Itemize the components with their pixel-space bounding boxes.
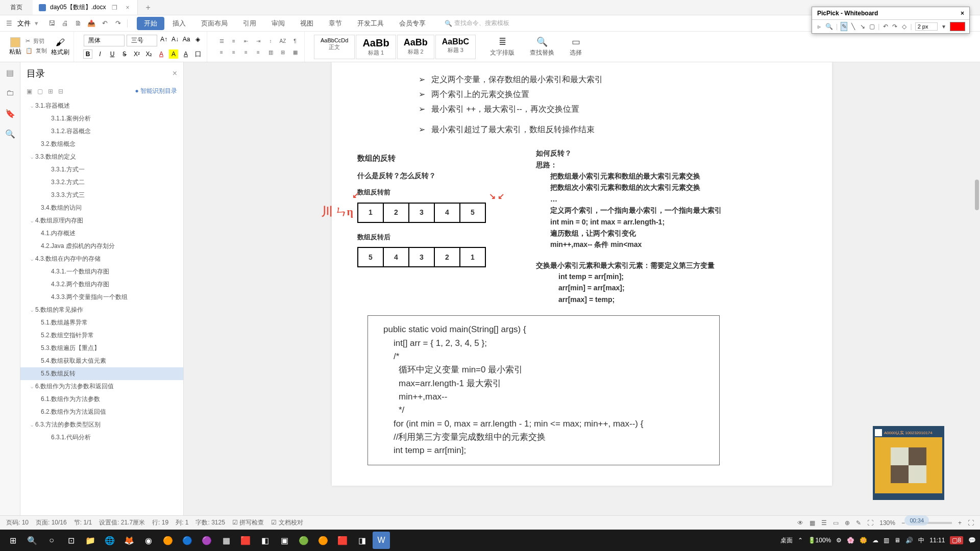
tab-review[interactable]: 审阅 <box>264 17 292 30</box>
align-left-button[interactable]: ≡ <box>216 48 227 57</box>
status-col[interactable]: 列: 1 <box>176 518 188 527</box>
tab-reference[interactable]: 引用 <box>236 17 263 30</box>
close-outline-icon[interactable]: × <box>173 69 177 78</box>
show-marks-button[interactable]: ¶ <box>290 37 300 46</box>
line-spacing-button[interactable]: ↕ <box>265 37 276 46</box>
status-section[interactable]: 节: 1/1 <box>74 518 92 527</box>
tab-view[interactable]: 视图 <box>293 17 321 30</box>
text-wrap-button[interactable]: ≣ 文字排版 <box>485 36 520 57</box>
tab-restore-icon[interactable]: ❐ <box>110 4 119 11</box>
picpick-close-icon[interactable]: × <box>961 10 964 17</box>
app5-icon[interactable]: ▦ <box>217 532 235 549</box>
bold-button[interactable]: B <box>83 49 92 59</box>
outline-item[interactable]: 4.1.内存概述 <box>20 227 183 240</box>
cortana-icon[interactable]: ○ <box>43 532 60 549</box>
find-icon[interactable]: 🔍 <box>5 129 15 139</box>
redo-tool-icon[interactable]: ↷ <box>892 22 898 31</box>
subscript-button[interactable]: X₂ <box>144 49 154 59</box>
command-search[interactable]: 🔍 查找命令、搜索模板 <box>445 19 509 28</box>
view-outline-icon[interactable]: ☰ <box>821 519 827 527</box>
taskview-icon[interactable]: ⊡ <box>62 532 80 549</box>
ime-icon[interactable]: 中 <box>918 536 924 545</box>
chevron-down-icon[interactable]: ⌵ <box>31 308 33 313</box>
spell-check[interactable]: ☑ 拼写检查 <box>232 518 264 527</box>
view-web-icon[interactable]: ▭ <box>833 519 839 527</box>
outline-item[interactable]: 3.3.3.方式三 <box>20 189 183 202</box>
explorer-icon[interactable]: 📁 <box>82 532 99 549</box>
tab-devtools[interactable]: 开发工具 <box>350 17 391 30</box>
notification-icon[interactable]: ▢8 <box>950 536 963 544</box>
style-h1[interactable]: AaBb 标题 1 <box>356 35 396 59</box>
style-h2[interactable]: AaBb 标题 2 <box>397 35 434 59</box>
app9-icon[interactable]: 🟠 <box>314 532 332 549</box>
outline-item[interactable]: ⌵6.数组作为方法参数和返回值 <box>20 380 183 393</box>
highlight-button[interactable]: A <box>169 49 178 59</box>
tray4-icon[interactable]: ☁ <box>872 537 878 544</box>
magnifier-tool-icon[interactable]: 🔍 <box>825 22 833 31</box>
chevron-down-icon[interactable]: ⌵ <box>31 384 33 389</box>
doc-proof[interactable]: ☑ 文档校对 <box>271 518 303 527</box>
color-swatch[interactable] <box>950 22 965 31</box>
vertical-scrollbar[interactable] <box>974 62 980 536</box>
chevron-down-icon[interactable]: ⌵ <box>31 218 33 223</box>
tab-close-icon[interactable]: × <box>124 4 131 11</box>
outline-item[interactable]: ⌵3.3.数组的定义 <box>20 151 183 163</box>
timer-badge[interactable]: 00:34 <box>904 515 929 525</box>
shading-button[interactable]: ▦ <box>290 48 300 57</box>
change-case-icon[interactable]: Aa <box>182 35 191 44</box>
tab-insert[interactable]: 插入 <box>165 17 193 30</box>
app3-icon[interactable]: 🔵 <box>179 532 196 549</box>
outline-item[interactable]: 4.2.Java 虚拟机的内存划分 <box>20 240 183 253</box>
align-center-button[interactable]: ≡ <box>229 48 239 57</box>
clock[interactable]: 11:11 <box>929 537 945 544</box>
copy-button[interactable]: 📋 复制 <box>26 47 47 55</box>
outline-item[interactable]: 5.4.数组获取最大值元素 <box>20 355 183 367</box>
tray3-icon[interactable]: 🌼 <box>860 537 867 544</box>
zoom-in-icon[interactable]: + <box>958 519 962 527</box>
app10-icon[interactable]: 🟥 <box>334 532 351 549</box>
tabs-button[interactable]: ⊞ <box>278 48 288 57</box>
view-print-icon[interactable]: ▦ <box>810 519 815 527</box>
status-page-num[interactable]: 页码: 10 <box>6 518 29 527</box>
chevron-down-icon[interactable]: ⌵ <box>31 422 33 428</box>
view-edit-icon[interactable]: ✎ <box>856 519 861 527</box>
sort-button[interactable]: AZ <box>278 37 288 46</box>
style-h3[interactable]: AaBbC 标题 3 <box>435 35 476 59</box>
brush-size-input[interactable] <box>915 22 938 31</box>
indent-dec-button[interactable]: ⇤ <box>241 37 251 46</box>
view-read-icon[interactable]: ⊕ <box>845 519 850 527</box>
arrow-tool-icon[interactable]: ↘ <box>860 22 866 31</box>
style-body[interactable]: AaBbCcDd 正文 <box>314 35 355 59</box>
font-name-select[interactable]: 黑体 <box>84 35 125 46</box>
firefox-icon[interactable]: 🦊 <box>120 532 138 549</box>
tab-start[interactable]: 开始 <box>137 17 164 30</box>
save-icon[interactable]: 🖫 <box>47 19 56 28</box>
columns-button[interactable]: ▥ <box>265 48 276 57</box>
tab-pagelayout[interactable]: 页面布局 <box>194 17 235 30</box>
outline-item[interactable]: 3.3.1.方式一 <box>20 163 183 176</box>
cut-button[interactable]: ✂ 剪切 <box>26 37 47 45</box>
wps-icon[interactable]: W <box>373 532 390 549</box>
font-color-button[interactable]: A <box>157 49 166 59</box>
desktop-label[interactable]: 桌面 <box>780 536 793 545</box>
underline-button[interactable]: U <box>108 49 117 59</box>
align-right-button[interactable]: ≡ <box>241 48 251 57</box>
collapse-all-icon[interactable]: ▣ <box>27 88 32 95</box>
outline-item[interactable]: ⌵6.3.方法的参数类型区别 <box>20 418 183 431</box>
action-center-icon[interactable]: 💬 <box>968 537 976 544</box>
picpick-toolbar[interactable]: PicPick - Whiteboard × ▹ 🔍 | ✎ ╲ ↘ ▢ | ↶… <box>812 7 970 34</box>
superscript-button[interactable]: X² <box>132 49 141 59</box>
clear-format-icon[interactable]: ◈ <box>193 35 202 44</box>
size-dropdown-icon[interactable]: ▾ <box>941 22 947 31</box>
tray1-icon[interactable]: ⚙ <box>836 537 842 544</box>
status-position[interactable]: 设置值: 21.7厘米 <box>99 518 145 527</box>
hamburger-icon[interactable]: ☰ <box>5 19 13 28</box>
preview-icon[interactable]: 🗎 <box>74 19 82 28</box>
tray6-icon[interactable]: 🖥 <box>894 537 900 544</box>
outline-item[interactable]: 3.2.数组概念 <box>20 138 183 151</box>
redo-icon[interactable]: ↷ <box>114 19 122 28</box>
expand-icon[interactable]: ▢ <box>37 88 43 95</box>
volume-icon[interactable]: 🔊 <box>905 537 913 544</box>
outline-item[interactable]: 3.1.1.案例分析 <box>20 112 183 125</box>
qr-float-panel[interactable]: A0000认实 100232010174 <box>873 426 944 500</box>
